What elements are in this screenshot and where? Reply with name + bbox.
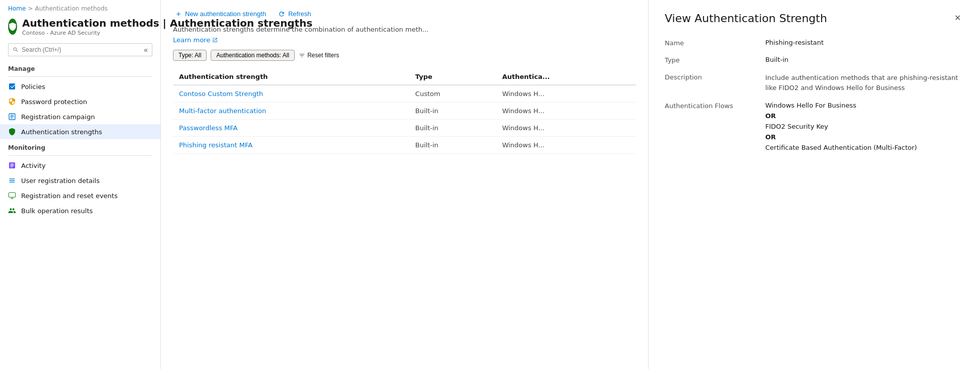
auth-methods-filter-chip[interactable]: Authentication methods: All — [211, 50, 295, 61]
panel-label-description: Description — [665, 73, 765, 93]
table-row: Multi-factor authentication Built-in Win… — [173, 103, 636, 120]
manage-divider — [8, 76, 152, 77]
col-auth-strength: Authentication strength — [173, 69, 409, 85]
panel-value-type: Built-in — [765, 56, 964, 64]
panel-row-type: Type Built-in — [665, 56, 964, 64]
reset-filters-label: Reset filters — [307, 52, 339, 59]
monitoring-section-label: Monitoring — [0, 139, 160, 153]
sidebar-item-policies-label: Policies — [21, 83, 45, 90]
table-row: Contoso Custom Strength Custom Windows H… — [173, 85, 636, 103]
sidebar-item-auth-strengths[interactable]: Authentication strengths — [0, 124, 160, 139]
breadcrumb-separator: > — [28, 5, 33, 12]
breadcrumb: Home > Authentication methods — [0, 0, 160, 15]
panel-label-type: Type — [665, 56, 765, 64]
table-row: Phishing resistant MFA Built-in Windows … — [173, 137, 636, 154]
activity-icon — [8, 161, 16, 169]
sidebar-item-auth-strengths-label: Authentication strengths — [21, 128, 102, 136]
sidebar-item-activity[interactable]: Activity — [0, 158, 160, 173]
sidebar-item-bulk-label: Bulk operation results — [21, 207, 93, 215]
view-auth-strength-panel: View Authentication Strength ✕ Name Phis… — [648, 0, 980, 369]
sidebar-item-password-protection[interactable]: Password protection — [0, 94, 160, 109]
flow-item-2: FIDO2 Security Key — [765, 123, 964, 130]
sidebar-item-policies[interactable]: Policies — [0, 79, 160, 94]
search-input[interactable] — [22, 46, 141, 53]
panel-row-name: Name Phishing-resistant — [665, 39, 964, 47]
row-0-type: Custom — [409, 85, 496, 103]
sidebar-item-reg-reset[interactable]: Registration and reset events — [0, 188, 160, 203]
row-2-name[interactable]: Passwordless MFA — [173, 120, 409, 137]
sidebar-item-user-reg-label: User registration details — [21, 177, 100, 185]
panel-value-name: Phishing-resistant — [765, 39, 964, 47]
page-header-icon — [8, 19, 17, 35]
breadcrumb-current: Authentication methods — [35, 5, 108, 12]
learn-more-link[interactable]: Learn more — [173, 36, 636, 44]
panel-value-description: Include authentication methods that are … — [765, 73, 964, 93]
type-filter-chip[interactable]: Type: All — [173, 50, 207, 61]
breadcrumb-home[interactable]: Home — [8, 5, 26, 12]
panel-label-flows: Authentication Flows — [665, 102, 765, 151]
flow-or-1: OR — [765, 112, 964, 120]
panel-title: View Authentication Strength — [665, 12, 827, 25]
description-text: Authentication strengths determine the c… — [173, 26, 636, 33]
row-1-type: Built-in — [409, 103, 496, 120]
row-0-auth: Windows H... — [496, 85, 636, 103]
reset-filters-button[interactable]: Reset filters — [299, 52, 339, 59]
row-3-name[interactable]: Phishing resistant MFA — [173, 137, 409, 154]
monitoring-divider — [8, 155, 152, 156]
plus-icon — [175, 11, 182, 18]
auth-strengths-table: Authentication strength Type Authentica.… — [173, 69, 636, 154]
sidebar-item-registration-campaign[interactable]: Registration campaign — [0, 109, 160, 124]
sidebar-item-password-label: Password protection — [21, 98, 87, 106]
row-3-auth: Windows H... — [496, 137, 636, 154]
panel-row-description: Description Include authentication metho… — [665, 73, 964, 93]
shield-icon — [8, 22, 17, 31]
row-0-name[interactable]: Contoso Custom Strength — [173, 85, 409, 103]
new-auth-label: New authentication strength — [185, 10, 266, 18]
refresh-icon — [278, 11, 285, 18]
panel-row-flows: Authentication Flows Windows Hello For B… — [665, 102, 964, 151]
row-3-type: Built-in — [409, 137, 496, 154]
sidebar-item-reg-reset-label: Registration and reset events — [21, 192, 118, 200]
filter-row: Type: All Authentication methods: All Re… — [173, 50, 636, 61]
sidebar-item-user-reg[interactable]: User registration details — [0, 173, 160, 188]
auth-strengths-icon — [8, 128, 16, 136]
sidebar-item-activity-label: Activity — [21, 162, 46, 169]
collapse-button[interactable]: « — [144, 46, 148, 54]
policies-icon — [8, 82, 16, 90]
flow-or-3: OR — [765, 133, 964, 141]
panel-label-name: Name — [665, 39, 765, 47]
row-1-auth: Windows H... — [496, 103, 636, 120]
search-icon — [13, 46, 19, 53]
manage-section-label: Manage — [0, 60, 160, 74]
sidebar: Home > Authentication methods Authentica… — [0, 0, 161, 369]
bulk-icon — [8, 207, 16, 215]
reg-reset-icon — [8, 192, 16, 200]
close-panel-button[interactable]: ✕ — [951, 12, 964, 24]
col-auth: Authentica... — [496, 69, 636, 85]
table-row: Passwordless MFA Built-in Windows H... — [173, 120, 636, 137]
flow-item-0: Windows Hello For Business — [765, 102, 964, 109]
sidebar-item-bulk[interactable]: Bulk operation results — [0, 203, 160, 218]
search-box[interactable]: « — [8, 43, 152, 56]
sidebar-item-regcampaign-label: Registration campaign — [21, 113, 95, 121]
row-2-type: Built-in — [409, 120, 496, 137]
panel-value-flows: Windows Hello For Business OR FIDO2 Secu… — [765, 102, 964, 151]
col-type: Type — [409, 69, 496, 85]
flow-item-4: Certificate Based Authentication (Multi-… — [765, 144, 964, 151]
panel-header: View Authentication Strength ✕ — [665, 12, 964, 25]
registration-icon — [8, 113, 16, 121]
filter-icon — [299, 52, 305, 59]
page-header: Authentication methods | Authentication … — [0, 15, 160, 39]
refresh-label: Refresh — [288, 10, 311, 18]
refresh-button[interactable]: Refresh — [276, 8, 313, 20]
row-1-name[interactable]: Multi-factor authentication — [173, 103, 409, 120]
new-auth-strength-button[interactable]: New authentication strength — [173, 8, 268, 20]
password-icon — [8, 98, 16, 106]
main-content: New authentication strength Refresh Auth… — [161, 0, 648, 369]
svg-rect-1 — [9, 193, 15, 197]
row-2-auth: Windows H... — [496, 120, 636, 137]
user-reg-icon — [8, 176, 16, 185]
toolbar: New authentication strength Refresh — [173, 8, 636, 20]
external-link-icon — [212, 37, 218, 43]
